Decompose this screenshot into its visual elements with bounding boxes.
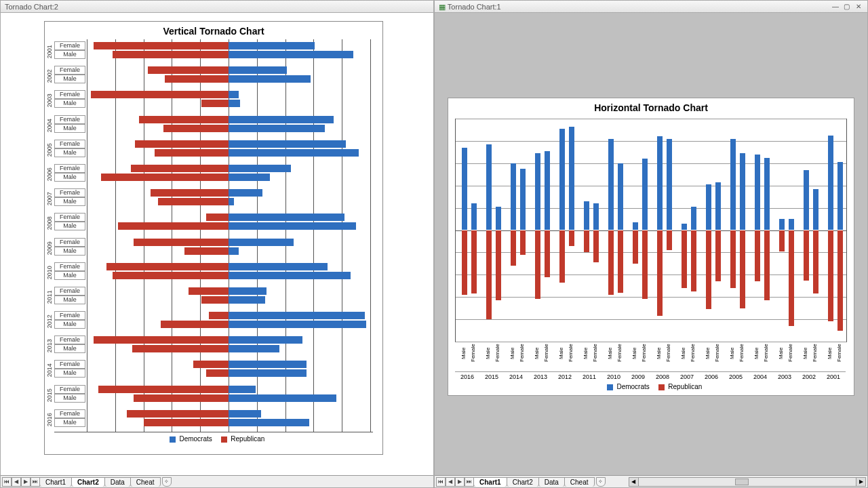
tab-chart1[interactable]: Chart1 [473,477,507,487]
right-tab-bar: ⏮ ◀ ▶ ⏭ Chart1Chart2DataCheat ✧ ◀ ▶ [435,475,867,487]
scroll-thumb[interactable] [735,479,749,485]
tab-nav-first[interactable]: ⏮ [2,477,12,487]
tab-data[interactable]: Data [104,477,131,487]
left-tab-bar: ⏮ ◀ ▶ ⏭ Chart1Chart2DataCheat ✧ [1,475,433,487]
horizontal-chart-title: Horizontal Tornado Chart [448,98,854,116]
tab-nav-prev[interactable]: ◀ [12,477,21,487]
horizontal-tornado-chart[interactable]: Horizontal Tornado Chart MaleFemale2016M… [448,98,854,396]
vertical-plot-area: 2001FemaleMale2002FemaleMale2003FemaleMa… [54,39,373,432]
tab-cheat[interactable]: Cheat [130,477,161,487]
left-window-title: Tornado Chart:2 [5,1,58,13]
legend-swatch-democrats [170,436,176,443]
new-sheet-button[interactable]: ✧ [596,477,606,487]
legend-label-democrats: Democrats [616,383,649,390]
legend-label-republican: Republican [668,383,702,390]
scroll-right-button[interactable]: ▶ [856,478,865,486]
tab-cheat[interactable]: Cheat [564,477,595,487]
vertical-tornado-chart[interactable]: Vertical Tornado Chart 2001FemaleMale200… [44,21,383,455]
legend-label-republican: Republican [231,435,264,443]
legend-label-democrats: Democrats [179,435,212,443]
tab-chart1[interactable]: Chart1 [39,477,72,487]
excel-icon: ▦ [439,3,446,11]
left-window: Tornado Chart:2 Vertical Tornado Chart 2… [0,0,434,488]
tab-nav-last[interactable]: ⏭ [465,477,474,487]
legend-swatch-democrats [607,384,613,390]
tab-nav-next[interactable]: ▶ [21,477,31,487]
legend-swatch-republican [221,436,227,443]
horizontal-scrollbar[interactable]: ◀ ▶ [629,477,866,487]
tab-nav-next[interactable]: ▶ [455,477,465,487]
right-document-area: Horizontal Tornado Chart MaleFemale2016M… [435,13,867,475]
window-controls: — ▢ ✕ [831,0,863,13]
left-worksheet-tabs: Chart1Chart2DataCheat [40,477,161,487]
vertical-chart-title: Vertical Tornado Chart [45,22,382,39]
tab-nav-last[interactable]: ⏭ [31,477,40,487]
new-sheet-button[interactable]: ✧ [162,477,172,487]
tab-nav-first[interactable]: ⏮ [436,477,446,487]
left-title-bar: Tornado Chart:2 [1,1,433,13]
close-icon[interactable]: ✕ [854,1,863,13]
right-window-title: Tornado Chart:1 [448,3,501,11]
tab-chart2[interactable]: Chart2 [507,477,539,487]
right-window: ▦ Tornado Chart:1 — ▢ ✕ Horizontal Torna… [434,0,868,488]
horizontal-plot-area [455,119,847,342]
right-worksheet-tabs: Chart1Chart2DataCheat [474,477,595,487]
horizontal-chart-legend: Democrats Republican [448,380,854,393]
tab-nav-prev[interactable]: ◀ [446,477,455,487]
horizontal-x-axis: MaleFemale2016MaleFemale2015MaleFemale20… [455,342,847,380]
tab-data[interactable]: Data [538,477,565,487]
tab-chart2[interactable]: Chart2 [71,477,105,487]
horizontal-plot-wrap: MaleFemale2016MaleFemale2015MaleFemale20… [448,116,854,380]
minimize-icon[interactable]: — [831,1,840,13]
legend-swatch-republican [658,384,665,390]
vertical-chart-legend: Democrats Republican [45,432,382,445]
scroll-left-button[interactable]: ◀ [629,478,639,486]
right-title-bar: ▦ Tornado Chart:1 — ▢ ✕ [435,1,867,13]
maximize-icon[interactable]: ▢ [842,1,852,13]
left-document-area: Vertical Tornado Chart 2001FemaleMale200… [1,13,433,475]
